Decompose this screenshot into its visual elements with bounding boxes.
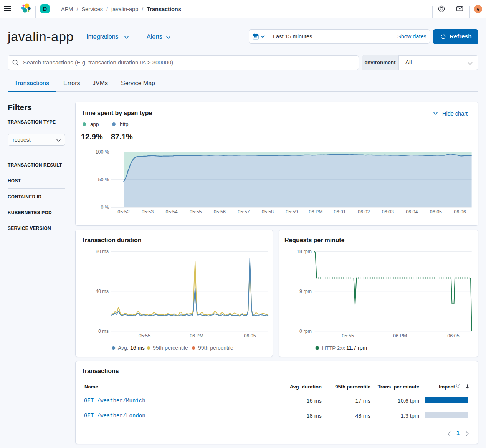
svg-text:80 ms: 80 ms bbox=[96, 249, 109, 254]
svg-text:?: ? bbox=[458, 384, 459, 387]
svg-text:05:55: 05:55 bbox=[190, 209, 202, 215]
svg-text:05:58: 05:58 bbox=[262, 209, 274, 215]
svg-text:05:57: 05:57 bbox=[238, 209, 250, 215]
svg-text:18 rpm: 18 rpm bbox=[297, 249, 312, 254]
svg-text:06:06: 06:06 bbox=[454, 209, 466, 215]
svg-text:05:59: 05:59 bbox=[286, 209, 298, 215]
svg-text:06:04: 06:04 bbox=[406, 209, 418, 215]
svg-text:95th percentile: 95th percentile bbox=[153, 345, 188, 351]
svg-text:05:53: 05:53 bbox=[142, 209, 154, 215]
svg-text:100 %: 100 % bbox=[96, 149, 109, 155]
svg-text:16 ms: 16 ms bbox=[130, 345, 145, 351]
svg-text:05:54: 05:54 bbox=[165, 209, 177, 215]
svg-text:40 ms: 40 ms bbox=[96, 289, 109, 294]
svg-text:05:55: 05:55 bbox=[342, 333, 354, 339]
svg-text:06:05: 06:05 bbox=[430, 209, 442, 215]
svg-text:9 rpm: 9 rpm bbox=[299, 289, 312, 294]
svg-text:06:03: 06:03 bbox=[382, 209, 394, 215]
svg-text:50 %: 50 % bbox=[98, 177, 109, 182]
svg-text:06:05: 06:05 bbox=[447, 333, 459, 339]
svg-text:06 PM: 06 PM bbox=[190, 333, 203, 339]
svg-text:06:01: 06:01 bbox=[334, 209, 345, 215]
svg-text:0 rpm: 0 rpm bbox=[299, 329, 312, 334]
svg-text:06 PM: 06 PM bbox=[309, 209, 323, 215]
svg-text:06:05: 06:05 bbox=[244, 333, 256, 339]
svg-text:06:02: 06:02 bbox=[358, 209, 370, 215]
svg-text:99th percentile: 99th percentile bbox=[198, 345, 233, 351]
svg-text:05:52: 05:52 bbox=[117, 209, 129, 215]
svg-text:0 %: 0 % bbox=[101, 205, 109, 210]
svg-text:05:56: 05:56 bbox=[214, 209, 226, 215]
svg-text:0 ms: 0 ms bbox=[98, 329, 109, 334]
svg-text:Avg.: Avg. bbox=[118, 345, 129, 351]
svg-text:06 PM: 06 PM bbox=[393, 333, 407, 339]
svg-text:05:55: 05:55 bbox=[139, 333, 150, 339]
svg-text:HTTP 2xx: HTTP 2xx bbox=[322, 345, 345, 351]
svg-text:11.7 rpm: 11.7 rpm bbox=[346, 345, 367, 351]
